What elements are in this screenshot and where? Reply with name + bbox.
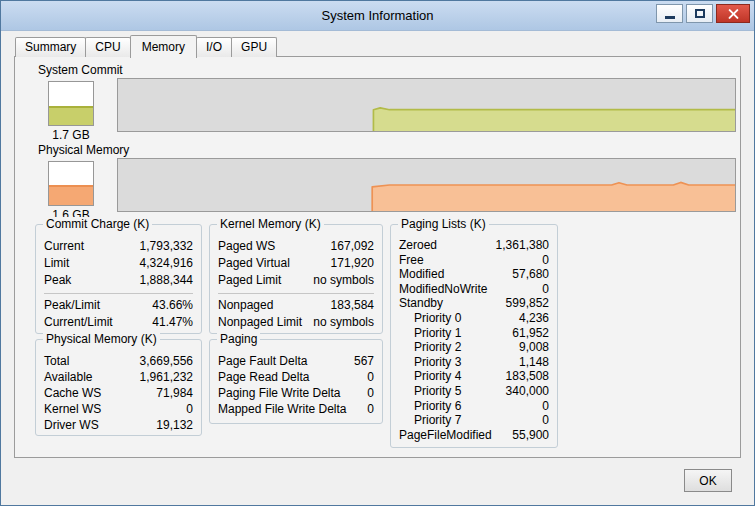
stat-row: Priority 4183,508 <box>399 369 549 384</box>
stat-label: Cache WS <box>44 385 101 401</box>
paging-lists-rows: Zeroed1,361,380Free0Modified57,680Modifi… <box>399 238 549 442</box>
stat-row: Priority 31,148 <box>399 355 549 370</box>
stat-value: 4,236 <box>519 311 549 326</box>
tab-cpu[interactable]: CPU <box>85 37 130 57</box>
stat-row: Cache WS71,984 <box>44 385 193 401</box>
stat-label: Priority 7 <box>399 413 461 428</box>
tab-gpu[interactable]: GPU <box>231 37 277 57</box>
tab-summary[interactable]: Summary <box>15 37 86 57</box>
stat-row: ModifiedNoWrite0 <box>399 282 549 297</box>
stat-label: ModifiedNoWrite <box>399 282 487 297</box>
stat-label: Paged Limit <box>218 272 281 289</box>
kernel-memory-rows: Paged WS167,092Paged Virtual171,920Paged… <box>218 238 374 331</box>
minimize-icon <box>665 16 675 19</box>
caption-buttons <box>656 4 750 23</box>
system-commit-value: 1.7 GB <box>41 128 101 142</box>
stat-label: Paged Virtual <box>218 255 290 272</box>
system-information-window: System Information Summary CPU Memory I/… <box>0 0 755 506</box>
stat-value: 3,669,556 <box>140 353 193 369</box>
tab-strip: Summary CPU Memory I/O GPU <box>15 34 276 57</box>
stat-row: Nonpaged Limitno symbols <box>218 314 374 331</box>
stat-row: Free0 <box>399 253 549 268</box>
titlebar[interactable]: System Information <box>1 1 754 31</box>
tab-io[interactable]: I/O <box>196 37 232 57</box>
stat-value: 55,900 <box>512 428 549 443</box>
stat-row: Priority 70 <box>399 413 549 428</box>
stat-value: 1,888,344 <box>140 272 193 289</box>
stat-label: Priority 1 <box>399 326 461 341</box>
stat-value: 167,092 <box>331 238 374 255</box>
stat-row: Nonpaged183,584 <box>218 297 374 314</box>
stat-row: Total3,669,556 <box>44 353 193 369</box>
stat-row: Mapped File Write Delta0 <box>218 401 374 417</box>
stat-row: Paged WS167,092 <box>218 238 374 255</box>
stat-label: Priority 5 <box>399 384 461 399</box>
maximize-icon <box>695 9 705 18</box>
stat-value: 0 <box>367 369 374 385</box>
stat-value: no symbols <box>313 314 374 331</box>
stat-value: 61,952 <box>512 326 549 341</box>
commit-charge-group-title: Commit Charge (K) <box>43 217 152 231</box>
stat-row: Priority 04,236 <box>399 311 549 326</box>
commit-charge-group: Commit Charge (K) Current1,793,332Limit4… <box>35 224 202 334</box>
stat-value: 183,508 <box>506 369 549 384</box>
paging-group: Paging Page Fault Delta567Page Read Delt… <box>209 339 383 424</box>
stat-row: Paged Virtual171,920 <box>218 255 374 272</box>
stat-value: 41.47% <box>152 314 193 331</box>
kernel-memory-group-title: Kernel Memory (K) <box>217 217 324 231</box>
stat-value: no symbols <box>313 272 374 289</box>
stat-value: 0 <box>542 413 549 428</box>
stat-label: Mapped File Write Delta <box>218 401 347 417</box>
stat-label: Free <box>399 253 424 268</box>
stat-value: 71,984 <box>156 385 193 401</box>
stat-value: 171,920 <box>331 255 374 272</box>
system-commit-label: System Commit <box>38 63 123 77</box>
minimize-button[interactable] <box>656 4 683 23</box>
stat-value: 19,132 <box>156 417 193 433</box>
stat-value: 0 <box>367 385 374 401</box>
stat-row: Zeroed1,361,380 <box>399 238 549 253</box>
stat-label: Peak/Limit <box>44 297 100 314</box>
stat-value: 1,361,380 <box>496 238 549 253</box>
maximize-button[interactable] <box>686 4 713 23</box>
stat-label: Limit <box>44 255 69 272</box>
stat-label: Priority 4 <box>399 369 461 384</box>
stat-value: 0 <box>542 253 549 268</box>
stat-row: Priority 60 <box>399 399 549 414</box>
paging-rows: Page Fault Delta567Page Read Delta0Pagin… <box>218 353 374 417</box>
stat-label: Zeroed <box>399 238 437 253</box>
stat-value: 1,793,332 <box>140 238 193 255</box>
stat-row: Priority 29,008 <box>399 340 549 355</box>
stat-label: Priority 6 <box>399 399 461 414</box>
kernel-memory-group: Kernel Memory (K) Paged WS167,092Paged V… <box>209 224 383 334</box>
physical-memory-rows: Total3,669,556Available1,961,232Cache WS… <box>44 353 193 433</box>
group-separator <box>44 293 193 294</box>
physical-memory-history-graph <box>117 158 736 212</box>
stat-label: Current <box>44 238 84 255</box>
stat-label: Paging File Write Delta <box>218 385 341 401</box>
close-button[interactable] <box>716 4 750 23</box>
stat-label: Total <box>44 353 69 369</box>
stat-row: Peak1,888,344 <box>44 272 193 289</box>
stat-row: Priority 161,952 <box>399 326 549 341</box>
stat-value: 0 <box>542 399 549 414</box>
paging-lists-group: Paging Lists (K) Zeroed1,361,380Free0Mod… <box>390 224 558 448</box>
stat-row: Current1,793,332 <box>44 238 193 255</box>
stat-label: Standby <box>399 296 443 311</box>
stat-value: 567 <box>354 353 374 369</box>
stat-label: Priority 2 <box>399 340 461 355</box>
stat-label: PageFileModified <box>399 428 492 443</box>
physical-memory-label: Physical Memory <box>38 143 129 157</box>
stat-value: 0 <box>186 401 193 417</box>
ok-button[interactable]: OK <box>684 469 732 492</box>
stat-row: Kernel WS0 <box>44 401 193 417</box>
stat-label: Nonpaged <box>218 297 273 314</box>
stat-label: Modified <box>399 267 444 282</box>
stat-label: Kernel WS <box>44 401 101 417</box>
stat-row: Standby599,852 <box>399 296 549 311</box>
close-icon <box>728 8 739 19</box>
tab-memory[interactable]: Memory <box>130 35 197 58</box>
stat-value: 57,680 <box>512 267 549 282</box>
stat-value: 0 <box>542 282 549 297</box>
stat-row: Available1,961,232 <box>44 369 193 385</box>
